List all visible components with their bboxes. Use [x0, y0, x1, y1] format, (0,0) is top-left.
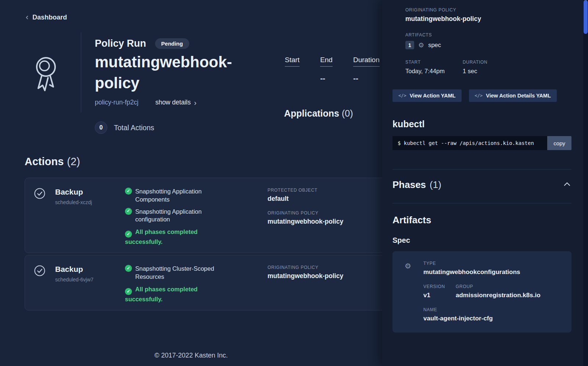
stat-end-value: --	[320, 74, 333, 83]
spec-heading: Spec	[392, 236, 583, 245]
scrollbar-thumb[interactable]	[584, 0, 588, 34]
breadcrumb-dashboard[interactable]: Dashboard	[26, 13, 67, 21]
action-details-panel: ORIGINATING POLICY mutatingwebhook-polic…	[382, 0, 583, 366]
view-action-details-yaml-button[interactable]: View Action Details YAML	[469, 89, 557, 102]
spec-type-field: TYPE mutatingwebhookconfigurations	[423, 261, 520, 276]
status-complete-icon	[34, 264, 55, 303]
stat-start-value	[285, 74, 300, 83]
phases-complete-message: All phases completed successfully.	[125, 285, 212, 303]
check-icon	[125, 188, 132, 195]
section-divider	[392, 203, 571, 203]
spec-group-field: GROUP admissionregistration.k8s.io	[456, 284, 541, 299]
panel-originating-policy-label: ORIGINATING POLICY	[405, 7, 583, 13]
panel-duration-label: DURATION	[463, 60, 520, 65]
stat-end-label: End	[320, 56, 333, 67]
action-card-backup-6vjw7[interactable]: Backup scheduled-6vjw7 Snapshotting Clus…	[25, 255, 382, 310]
check-icon	[125, 288, 132, 295]
chevron-up-icon[interactable]	[563, 180, 571, 190]
breadcrumb-label: Dashboard	[32, 14, 67, 21]
run-stats: Start End -- Duration --	[285, 56, 380, 83]
originating-policy-field: ORIGINATING POLICY mutatingwebhook-polic…	[268, 265, 382, 280]
phases-heading: Phases(1)	[392, 179, 441, 191]
policy-run-id-link[interactable]: policy-run-fp2cj	[95, 99, 139, 106]
panel-start-value: Today, 7:44pm	[405, 68, 463, 75]
action-card-backup-xczdj[interactable]: Backup scheduled-xczdj Snapshotting Appl…	[25, 178, 382, 253]
actions-heading: Actions(2)	[25, 156, 80, 168]
action-type: Backup	[55, 265, 125, 274]
spec-name-field: NAME vault-agent-injector-cfg	[423, 307, 493, 322]
kubectl-heading: kubectl	[392, 119, 583, 129]
action-type: Backup	[55, 188, 125, 196]
kubectl-command: $ kubectl get --raw /apis/actions.kio.ka…	[392, 136, 547, 150]
check-icon	[125, 231, 132, 238]
originating-policy-field: ORIGINATING POLICY mutatingwebhook-polic…	[268, 210, 382, 225]
stat-start-label: Start	[285, 56, 300, 67]
panel-start-label: START	[405, 60, 463, 65]
total-actions-count-badge: 0	[95, 121, 107, 134]
spec-artifact-card: TYPE mutatingwebhookconfigurations VERSI…	[392, 251, 571, 333]
applications-heading: Applications(0)	[284, 108, 353, 119]
phases-section-toggle[interactable]: Phases(1)	[392, 169, 571, 191]
main-content: Dashboard Policy Run Pending mutatingweb…	[0, 0, 382, 366]
stat-duration-label: Duration	[353, 56, 380, 67]
gear-icon	[418, 42, 424, 49]
chevron-left-icon	[26, 13, 28, 21]
code-icon	[475, 93, 483, 98]
gear-icon	[405, 262, 411, 270]
panel-artifacts-label: ARTIFACTS	[405, 32, 583, 38]
artifacts-heading: Artifacts	[392, 214, 583, 226]
total-actions-label: Total Actions	[114, 124, 154, 132]
phases-complete-message: All phases completed successfully.	[125, 228, 212, 246]
status-badge: Pending	[155, 38, 189, 49]
total-actions: 0 Total Actions	[95, 121, 154, 134]
action-id: scheduled-6vjw7	[55, 277, 125, 283]
status-complete-icon	[34, 187, 55, 246]
copy-button[interactable]: copy	[547, 136, 571, 150]
check-icon	[125, 265, 132, 272]
code-icon	[398, 93, 406, 98]
phase-item: Snapshotting Application Components	[125, 188, 268, 204]
header-divider	[81, 32, 81, 113]
phase-item: Snapshotting Application configuration	[125, 208, 268, 224]
stat-duration-value: --	[353, 74, 380, 83]
copyright-footer: © 2017-2022 Kasten Inc.	[0, 352, 382, 359]
policy-run-name: mutatingwebhook-policy	[95, 51, 271, 93]
chevron-right-icon	[194, 99, 197, 106]
panel-duration-value: 1 sec	[463, 68, 520, 75]
check-icon	[125, 208, 132, 215]
protected-object-field: PROTECTED OBJECT default	[268, 188, 382, 203]
show-details-link[interactable]: show details	[155, 99, 197, 106]
phase-item: Snapshotting Cluster-Scoped Resources	[125, 265, 268, 281]
view-action-yaml-button[interactable]: View Action YAML	[392, 89, 462, 102]
artifact-count-badge: 1	[405, 41, 414, 49]
action-id: scheduled-xczdj	[55, 199, 125, 205]
page-title: Policy Run	[95, 38, 146, 49]
scrollbar[interactable]	[583, 0, 588, 366]
policy-run-medal-icon	[33, 54, 59, 94]
artifact-kind: spec	[428, 42, 441, 49]
spec-version-field: VERSION v1	[423, 284, 456, 299]
panel-originating-policy-value: mutatingwebhook-policy	[405, 15, 583, 23]
